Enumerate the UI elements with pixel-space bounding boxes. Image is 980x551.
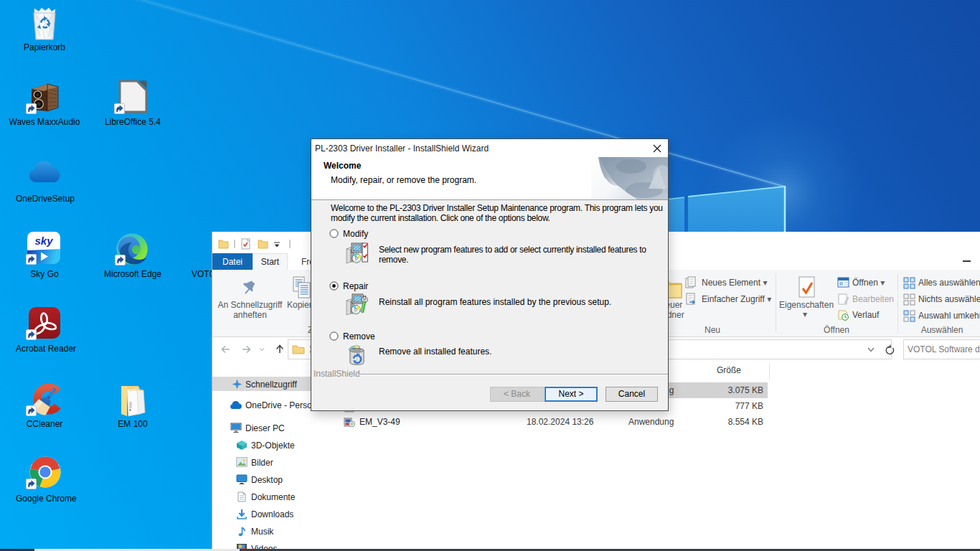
svg-text:sky: sky [34, 235, 53, 247]
